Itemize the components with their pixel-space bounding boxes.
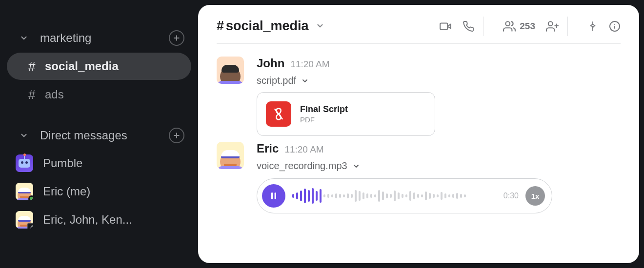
avatar [16, 154, 33, 172]
file-attachment-card[interactable]: Final Script PDF [257, 92, 435, 136]
avatar: 4 [16, 211, 33, 229]
avatar[interactable] [217, 57, 244, 84]
channel-header: # social_media 253 [217, 18, 621, 44]
channel-item-social-media[interactable]: # social_media [7, 53, 191, 80]
attachment-label-row[interactable]: script.pdf [257, 75, 621, 86]
channel-title-button[interactable]: # social_media [217, 19, 324, 34]
audio-attachment-card: 0:30 1x [257, 178, 552, 213]
main-panel: # social_media 253 [198, 5, 639, 263]
playback-speed-button[interactable]: 1x [525, 186, 545, 206]
message-author[interactable]: Eric [257, 142, 279, 155]
svg-rect-4 [440, 23, 447, 29]
dm-section-header[interactable]: Direct messages [0, 122, 198, 149]
svg-rect-15 [275, 192, 276, 199]
info-button[interactable] [609, 20, 621, 32]
chevron-down-icon [352, 162, 360, 170]
chevron-down-icon [301, 77, 309, 85]
divider [483, 17, 483, 36]
chevron-down-icon [316, 19, 324, 34]
attachment-filename: script.pdf [257, 75, 296, 86]
svg-point-6 [506, 21, 510, 26]
message-row: John 11:20 AM script.pdf Final Script PD… [217, 51, 621, 136]
workspace-header[interactable]: marketing [0, 24, 198, 52]
svg-rect-14 [271, 192, 273, 199]
group-count-badge: 4 [27, 223, 33, 229]
dm-item-group[interactable]: 4 Eric, John, Ken... [0, 206, 198, 234]
video-call-button[interactable] [439, 20, 452, 33]
status-online-icon [28, 195, 33, 200]
hash-icon: # [217, 19, 224, 34]
file-type: PDF [300, 115, 348, 124]
dm-section-label: Direct messages [40, 129, 169, 142]
add-channel-button[interactable] [169, 30, 184, 46]
member-count: 253 [520, 21, 535, 32]
members-button[interactable]: 253 [503, 20, 535, 33]
message-time: 11:20 AM [284, 144, 323, 155]
pin-button[interactable] [587, 21, 598, 32]
workspace-name: marketing [40, 31, 169, 45]
sidebar: marketing # social_media # ads Direct me… [0, 0, 198, 268]
avatar [16, 183, 33, 200]
channel-label: social_media [45, 59, 119, 73]
add-dm-button[interactable] [169, 128, 184, 143]
chevron-down-icon [18, 131, 30, 140]
attachment-label-row[interactable]: voice_recording.mp3 [257, 160, 621, 172]
pdf-icon [266, 101, 291, 127]
message-row: Eric 11:20 AM voice_recording.mp3 0:30 1… [217, 136, 621, 213]
dm-item-pumble[interactable]: Pumble [0, 149, 198, 177]
avatar[interactable] [217, 142, 244, 169]
message-author[interactable]: John [257, 57, 284, 70]
dm-label: Eric (me) [43, 185, 90, 198]
phone-call-button[interactable] [463, 20, 474, 32]
add-member-button[interactable] [546, 20, 559, 33]
dm-label: Pumble [43, 156, 82, 170]
chevron-down-icon [18, 34, 30, 42]
svg-point-7 [548, 21, 553, 26]
audio-waveform[interactable] [292, 186, 497, 206]
pause-button[interactable] [262, 184, 285, 208]
divider [567, 17, 568, 36]
hash-icon: # [28, 87, 45, 102]
attachment-filename: voice_recording.mp3 [257, 160, 347, 172]
audio-duration: 0:30 [503, 191, 519, 200]
dm-item-eric[interactable]: Eric (me) [0, 177, 198, 206]
channel-item-ads[interactable]: # ads [7, 81, 191, 108]
channel-name: social_media [226, 19, 309, 34]
message-time: 11:20 AM [290, 59, 329, 70]
hash-icon: # [28, 59, 45, 74]
dm-label: Eric, John, Ken... [43, 213, 132, 227]
channel-label: ads [45, 88, 64, 101]
file-title: Final Script [300, 104, 348, 115]
